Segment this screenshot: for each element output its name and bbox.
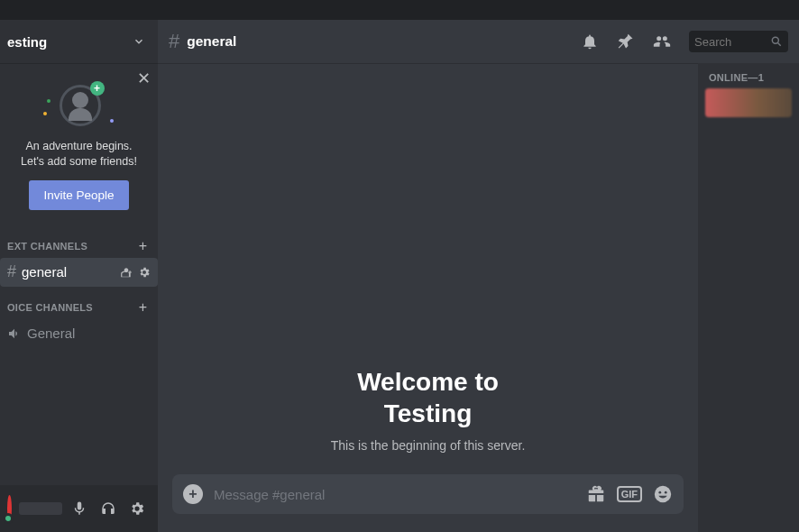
gif-icon[interactable]: GIF bbox=[617, 486, 642, 502]
chat-header: # general bbox=[158, 20, 799, 63]
bell-icon[interactable] bbox=[575, 32, 604, 50]
svg-point-3 bbox=[658, 491, 661, 494]
welcome-title: Welcome to Testing bbox=[357, 366, 499, 429]
channel-label: general bbox=[22, 264, 120, 280]
hash-icon: # bbox=[7, 262, 16, 281]
message-input[interactable] bbox=[214, 487, 575, 502]
close-icon[interactable]: ✕ bbox=[137, 69, 151, 88]
channel-general[interactable]: # general bbox=[0, 258, 158, 287]
search-bar[interactable] bbox=[689, 31, 788, 52]
welcome-title-l1: Welcome to bbox=[357, 368, 499, 396]
invite-people-button[interactable]: Invite People bbox=[29, 180, 128, 210]
mute-icon[interactable] bbox=[66, 495, 93, 522]
server-name: esting bbox=[7, 34, 47, 50]
voice-channel-general[interactable]: General bbox=[0, 319, 158, 348]
svg-line-1 bbox=[777, 42, 780, 45]
user-avatar[interactable] bbox=[7, 495, 12, 522]
add-channel-icon[interactable]: + bbox=[139, 238, 147, 254]
text-channels-header[interactable]: EXT CHANNELS + bbox=[0, 235, 158, 257]
window-titlebar bbox=[0, 0, 799, 20]
status-dot bbox=[3, 513, 14, 524]
message-composer: + GIF bbox=[172, 474, 684, 514]
hash-icon: # bbox=[169, 30, 179, 53]
invite-card: ✕ + An adventure begins. Let's add some … bbox=[0, 63, 158, 226]
pin-icon[interactable] bbox=[611, 32, 640, 50]
speaker-icon bbox=[7, 326, 22, 341]
channel-sidebar: esting ✕ + An adventure begins. Let's ad… bbox=[0, 20, 158, 532]
gift-icon[interactable] bbox=[586, 484, 606, 504]
voice-channels-header[interactable]: OICE CHANNELS + bbox=[0, 297, 158, 318]
user-panel bbox=[0, 485, 158, 532]
user-settings-icon[interactable] bbox=[124, 495, 151, 522]
welcome-title-l2: Testing bbox=[384, 399, 472, 427]
members-panel: ONLINE—1 bbox=[698, 63, 799, 532]
voice-channel-label: General bbox=[27, 326, 151, 341]
text-channels-label: EXT CHANNELS bbox=[7, 241, 87, 252]
deafen-icon[interactable] bbox=[95, 495, 122, 522]
create-invite-icon[interactable] bbox=[120, 266, 133, 279]
user-name[interactable] bbox=[19, 502, 62, 515]
gear-icon[interactable] bbox=[138, 266, 151, 279]
search-icon bbox=[770, 35, 783, 48]
chat-title: general bbox=[187, 33, 236, 50]
svg-point-2 bbox=[655, 486, 671, 502]
members-icon[interactable] bbox=[647, 32, 676, 50]
welcome-subtitle: This is the beginning of this server. bbox=[331, 438, 526, 453]
chevron-down-icon bbox=[133, 35, 145, 48]
svg-point-0 bbox=[772, 37, 778, 43]
server-header[interactable]: esting bbox=[0, 20, 158, 63]
svg-point-4 bbox=[665, 491, 667, 494]
members-header: ONLINE—1 bbox=[705, 72, 792, 83]
attach-icon[interactable]: + bbox=[183, 484, 203, 504]
add-voice-channel-icon[interactable]: + bbox=[139, 299, 147, 316]
invite-illustration: + bbox=[54, 79, 105, 130]
voice-channels-label: OICE CHANNELS bbox=[7, 302, 93, 313]
invite-text-line1: An adventure begins. bbox=[7, 139, 151, 154]
search-input[interactable] bbox=[694, 35, 767, 49]
welcome-block: Welcome to Testing This is the beginning… bbox=[158, 63, 698, 474]
invite-text-line2: Let's add some friends! bbox=[7, 154, 151, 170]
member-item[interactable] bbox=[705, 88, 792, 117]
emoji-icon[interactable] bbox=[653, 484, 673, 504]
